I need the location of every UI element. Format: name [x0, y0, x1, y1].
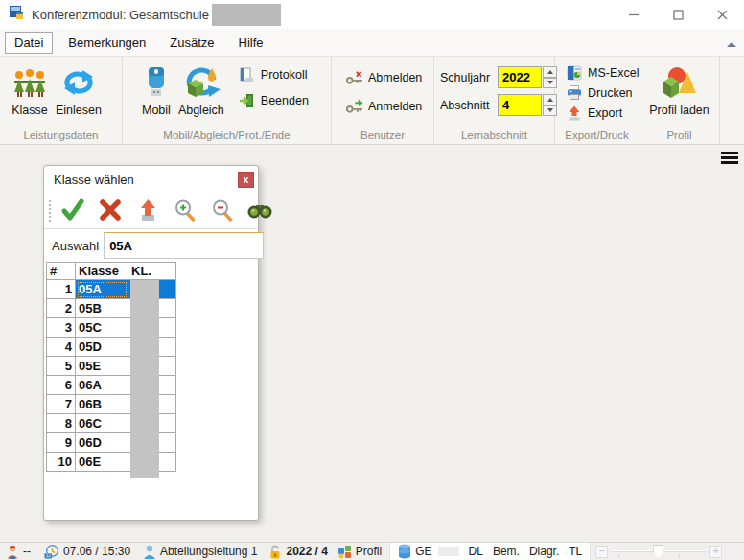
svg-text:12: 12: [46, 553, 52, 558]
schuljahr-label: Schuljahr: [440, 71, 498, 84]
abmelden-icon: [345, 69, 363, 85]
cell-klasse[interactable]: 05E: [76, 357, 128, 376]
cell-num[interactable]: 2: [47, 299, 76, 318]
cancel-button[interactable]: [98, 198, 123, 223]
cell-num[interactable]: 8: [47, 414, 76, 433]
mobil-button[interactable]: Mobil: [138, 59, 174, 127]
abschnitt-label: Abschnitt: [440, 99, 498, 112]
drucken-button[interactable]: Drucken: [565, 84, 639, 101]
group-label-lernabschnitt: Lernabschnitt: [434, 129, 554, 141]
confirm-button[interactable]: [60, 198, 85, 223]
table-header-row: # Klasse KL.: [47, 263, 176, 280]
dialog-close-button[interactable]: x: [238, 172, 254, 188]
auswahl-label: Auswahl: [52, 239, 99, 253]
mobil-label: Mobil: [142, 104, 171, 117]
zoom-in-slider-button[interactable]: +: [709, 546, 722, 558]
zoom-out-button[interactable]: [210, 198, 235, 223]
auswahl-row: Auswahl: [44, 229, 258, 262]
slider-track[interactable]: [611, 545, 707, 559]
schuljahr-field[interactable]: [498, 66, 542, 88]
profil-laden-button[interactable]: Profil laden: [645, 59, 713, 127]
upload-button[interactable]: [135, 198, 160, 223]
cell-klasse[interactable]: 05D: [76, 338, 128, 357]
cell-klasse[interactable]: 06E: [76, 453, 128, 472]
minimize-button[interactable]: [612, 0, 656, 29]
mobil-icon: [147, 61, 166, 104]
cell-klasse[interactable]: 05A: [76, 280, 128, 299]
beenden-icon: [238, 92, 256, 108]
cell-num[interactable]: 6: [47, 376, 76, 395]
menu-item-datei[interactable]: Datei: [5, 32, 53, 54]
status-panel: GE DL Bem. Diagr. TL: [389, 543, 591, 560]
export-button[interactable]: Export: [565, 105, 639, 121]
cell-num[interactable]: 3: [47, 318, 76, 338]
abschnitt-row: Abschnitt: [440, 94, 557, 116]
klasse-button[interactable]: Klasse: [8, 59, 52, 127]
cell-num[interactable]: 9: [47, 433, 76, 453]
ribbon-group-benutzer: Abmelden Anmelden Benutzer: [332, 57, 434, 144]
status-panel-bem: Bem.: [493, 545, 520, 558]
einlesen-button[interactable]: Einlesen: [52, 59, 105, 127]
hamburger-icon[interactable]: [719, 148, 740, 168]
status-panel-tl: TL: [569, 545, 582, 558]
abmelden-label: Abmelden: [368, 71, 422, 84]
cell-klasse[interactable]: 06D: [76, 433, 128, 453]
triangle-up-icon: [547, 70, 553, 74]
protokoll-button[interactable]: Protokoll: [238, 66, 309, 82]
cell-num[interactable]: 1: [47, 280, 76, 299]
cell-num[interactable]: 10: [47, 453, 76, 472]
search-button[interactable]: [247, 198, 272, 223]
status-role: Abteilungsleitung 1: [160, 545, 257, 558]
abmelden-button[interactable]: Abmelden: [345, 69, 422, 85]
chevron-up-icon[interactable]: [726, 36, 737, 51]
worker-icon: [6, 545, 19, 559]
ribbon-group-lernabschnitt: Schuljahr Abschnitt Lernabschnitt: [434, 57, 555, 144]
status-bar: -- 12 07.06 / 15:30 Abteilungsleitung 1: [0, 542, 744, 560]
cell-klasse[interactable]: 05B: [76, 299, 128, 318]
dialog-title: Klasse wählen: [54, 173, 134, 187]
check-icon: [60, 198, 85, 225]
einlesen-label: Einlesen: [56, 104, 102, 117]
dialog-title-bar[interactable]: Klasse wählen: [44, 166, 258, 194]
zoom-in-button[interactable]: [173, 198, 198, 223]
cell-klasse[interactable]: 05C: [76, 318, 128, 338]
cell-num[interactable]: 4: [47, 338, 76, 357]
drucken-label: Drucken: [588, 86, 633, 100]
abschnitt-field[interactable]: [498, 94, 542, 116]
cell-klasse[interactable]: 06B: [76, 395, 128, 414]
export-small-buttons: MS-Excel Drucken: [565, 64, 639, 121]
cell-klasse[interactable]: 06A: [76, 376, 128, 395]
upload-icon: [135, 198, 160, 225]
anmelden-button[interactable]: Anmelden: [345, 98, 422, 114]
ms-excel-button[interactable]: MS-Excel: [565, 64, 639, 81]
lock-icon: [268, 545, 282, 559]
benutzer-small-buttons: Abmelden Anmelden: [345, 69, 422, 114]
window-title: Konferenzmodul: Gesamtschule: [32, 8, 209, 22]
group-label-profil: Profil: [639, 129, 719, 141]
beenden-button[interactable]: Beenden: [238, 92, 309, 108]
cancel-icon: [98, 198, 123, 225]
ribbon-group-export-druck: MS-Excel Drucken: [555, 57, 639, 144]
menu-item-zusaetze[interactable]: Zusätze: [161, 33, 222, 53]
user-state: --: [23, 545, 31, 558]
anmelden-label: Anmelden: [368, 100, 422, 113]
abgleich-button[interactable]: Abgleich: [174, 59, 228, 127]
maximize-button[interactable]: [656, 0, 700, 29]
menu-item-hilfe[interactable]: Hilfe: [230, 33, 272, 53]
close-button[interactable]: [700, 0, 744, 29]
status-datetime: 07.06 / 15:30: [63, 545, 130, 558]
col-header-num: #: [47, 263, 76, 280]
toolbar-grip[interactable]: [49, 200, 51, 222]
status-panel-dl: DL: [469, 545, 483, 558]
ribbon: Klasse Einlesen Leistungsdaten: [0, 56, 744, 145]
cell-num[interactable]: 7: [47, 395, 76, 414]
auswahl-input[interactable]: [104, 232, 264, 259]
protokoll-label: Protokoll: [261, 68, 308, 82]
window-controls: [612, 0, 744, 29]
zoom-out-slider-button[interactable]: –: [595, 546, 608, 558]
anmelden-icon: [345, 98, 363, 114]
cell-klasse[interactable]: 06C: [76, 414, 128, 433]
ribbon-spacer: [720, 57, 744, 144]
menu-item-bemerkungen[interactable]: Bemerkungen: [59, 33, 154, 53]
cell-num[interactable]: 5: [47, 357, 76, 376]
